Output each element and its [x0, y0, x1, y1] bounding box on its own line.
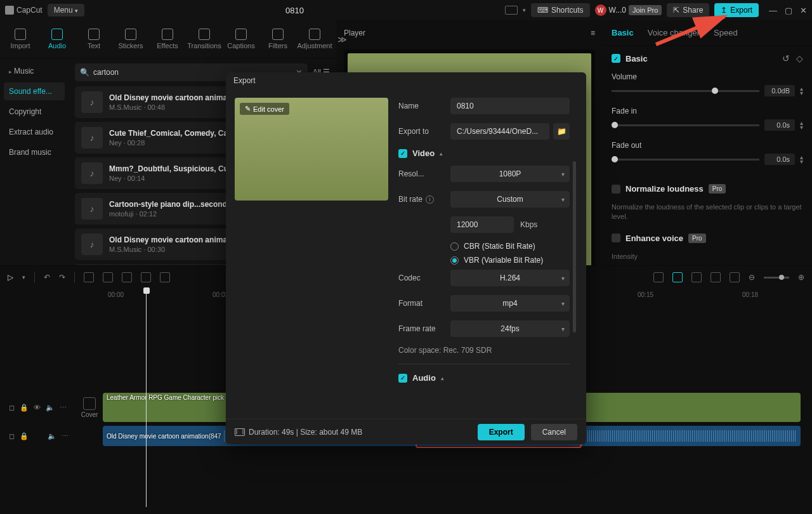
eye-icon[interactable]: 👁 — [34, 404, 41, 411]
import-icon — [15, 29, 26, 40]
tool-button[interactable] — [730, 272, 740, 282]
enhance-checkbox[interactable] — [612, 234, 620, 242]
player-menu-icon[interactable]: ≡ — [591, 29, 595, 37]
tab-effects[interactable]: Effects — [154, 29, 181, 49]
mute-icon[interactable]: 🔈 — [48, 432, 56, 440]
fadeout-value[interactable]: 0.0s — [764, 154, 795, 165]
fadeout-stepper[interactable]: ▴▾ — [800, 155, 803, 164]
cover-button[interactable]: Cover — [79, 397, 100, 418]
audio-icon — [51, 29, 63, 40]
tool-button[interactable] — [710, 272, 721, 282]
pointer-tool-icon[interactable]: ▷ — [8, 273, 13, 282]
cat-copyright[interactable]: Copyright — [4, 103, 65, 121]
maximize-button[interactable]: ▢ — [785, 6, 792, 15]
export-confirm-button[interactable]: Export — [478, 424, 525, 440]
shortcuts-button[interactable]: ⌨ Shortcuts — [531, 3, 590, 17]
user-pill[interactable]: W W...0 Join Pro — [595, 4, 662, 16]
music-note-icon: ♪ — [81, 127, 103, 148]
cancel-button[interactable]: Cancel — [531, 424, 577, 440]
mute-icon[interactable]: 🔈 — [46, 404, 55, 412]
inspector-tabs: Basic Voice changer Speed — [603, 20, 812, 46]
redo-button[interactable]: ↷ — [59, 273, 65, 282]
fadein-slider[interactable] — [612, 124, 759, 126]
volume-slider[interactable] — [612, 90, 759, 92]
cbr-radio[interactable]: CBR (Static Bit Rate) — [450, 242, 570, 251]
dialog-scrollbar[interactable] — [573, 161, 576, 333]
bitrate-select[interactable]: Custom — [450, 191, 570, 208]
resolution-select[interactable]: 1080P — [450, 166, 570, 182]
tool-button[interactable] — [160, 272, 170, 282]
fadein-stepper[interactable]: ▴▾ — [800, 121, 803, 129]
edit-cover-button[interactable]: ✎ Edit cover — [240, 103, 289, 115]
tab-import[interactable]: Import — [6, 29, 34, 49]
resolution-label: Resol... — [398, 169, 444, 178]
split-button[interactable] — [84, 272, 94, 282]
lock-icon[interactable]: 🔒 — [20, 404, 29, 412]
audio-section-checkbox[interactable]: ✓ — [398, 374, 407, 383]
info-icon[interactable]: i — [426, 195, 434, 204]
tab-text[interactable]: Text — [80, 29, 108, 49]
track-toggle-icon[interactable]: ◻ — [9, 432, 15, 440]
zoom-out-button[interactable]: ⊖ — [749, 273, 755, 282]
bitrate-unit: Kbps — [520, 220, 537, 229]
playhead[interactable] — [146, 289, 147, 507]
basic-section-title: Basic — [625, 54, 648, 63]
tab-adjustment[interactable]: Adjustment — [301, 29, 329, 49]
fadeout-slider[interactable] — [612, 159, 759, 161]
vbr-radio[interactable]: VBR (Variable Bit Rate) — [450, 256, 570, 265]
trim-right-button[interactable] — [122, 272, 132, 282]
audio-section-title: Audio — [412, 373, 436, 383]
pro-badge: Pro — [709, 184, 726, 194]
format-select[interactable]: mp4 — [450, 295, 570, 312]
tab-filters[interactable]: Filters — [264, 29, 292, 49]
zoom-in-button[interactable]: ⊕ — [798, 273, 804, 282]
cat-brand-music[interactable]: Brand music — [4, 143, 65, 161]
delete-button[interactable] — [141, 272, 151, 282]
captions-icon — [235, 29, 247, 40]
minimize-button[interactable]: — — [769, 6, 777, 15]
insp-tab-basic[interactable]: Basic — [612, 28, 634, 37]
basic-checkbox[interactable]: ✓ — [612, 54, 620, 63]
export-button[interactable]: ↥ Export — [714, 3, 759, 17]
close-button[interactable]: ✕ — [800, 6, 807, 15]
bitrate-value-input[interactable] — [450, 216, 514, 233]
track-toggle-icon[interactable]: ◻ — [9, 404, 15, 412]
video-section-checkbox[interactable]: ✓ — [398, 149, 407, 158]
tool-button[interactable] — [653, 272, 664, 282]
collapse-icon[interactable]: ▴ — [440, 150, 443, 157]
lock-icon[interactable]: 🔒 — [20, 432, 29, 440]
more-icon[interactable]: ⋯ — [62, 432, 69, 440]
tool-button[interactable] — [691, 272, 702, 282]
codec-select[interactable]: H.264 — [450, 270, 570, 286]
keyframe-icon[interactable]: ◇ — [796, 53, 803, 63]
tab-stickers[interactable]: Stickers — [117, 29, 145, 49]
tab-captions[interactable]: Captions — [227, 29, 255, 49]
tool-button[interactable] — [672, 272, 683, 282]
trim-left-button[interactable] — [103, 272, 113, 282]
film-icon — [235, 428, 245, 436]
cat-extract-audio[interactable]: Extract audio — [4, 123, 65, 141]
cat-music[interactable]: ▸Music — [4, 62, 65, 80]
insp-tab-voice-changer[interactable]: Voice changer — [648, 28, 700, 37]
join-pro-badge[interactable]: Join Pro — [629, 5, 662, 15]
undo-button[interactable]: ↶ — [44, 273, 50, 282]
share-button[interactable]: ⇱ Share — [667, 3, 709, 17]
normalize-checkbox[interactable] — [612, 185, 620, 194]
tab-audio[interactable]: Audio — [43, 29, 71, 49]
more-icon[interactable]: ⋯ — [60, 404, 67, 412]
name-input[interactable] — [450, 98, 570, 114]
volume-value[interactable]: 0.0dB — [764, 85, 795, 96]
collapse-icon[interactable]: ▴ — [441, 375, 444, 381]
menu-button[interactable]: Menu ▾ — [48, 4, 84, 16]
reset-icon[interactable]: ↺ — [782, 53, 790, 63]
fadein-value[interactable]: 0.0s — [764, 119, 795, 131]
aspect-icon[interactable] — [505, 6, 518, 15]
tab-transitions[interactable]: Transitions — [190, 29, 218, 49]
share-icon: ⇱ — [673, 6, 679, 15]
insp-tab-speed[interactable]: Speed — [714, 28, 738, 37]
framerate-select[interactable]: 24fps — [450, 320, 570, 337]
browse-folder-button[interactable]: 📁 — [553, 123, 570, 140]
zoom-slider[interactable] — [764, 277, 789, 279]
volume-stepper[interactable]: ▴▾ — [800, 86, 803, 95]
cat-sound-effects[interactable]: Sound effe... — [4, 82, 65, 100]
